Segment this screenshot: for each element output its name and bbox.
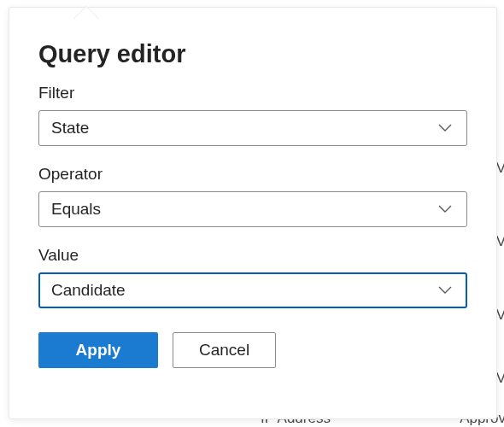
panel-title: Query editor	[38, 40, 467, 68]
filter-value: State	[51, 119, 89, 137]
filter-field-group: Filter State	[38, 84, 467, 146]
operator-value: Equals	[51, 200, 101, 219]
chevron-down-icon	[436, 200, 454, 219]
filter-label: Filter	[38, 84, 467, 102]
apply-button[interactable]: Apply	[38, 332, 158, 368]
query-editor-panel: Query editor Filter State Operator Equal…	[9, 7, 497, 419]
value-dropdown[interactable]: Candidate	[38, 272, 467, 308]
cancel-button[interactable]: Cancel	[173, 332, 276, 368]
value-label: Value	[38, 246, 467, 265]
background-text: V	[496, 160, 504, 177]
operator-dropdown[interactable]: Equals	[38, 191, 467, 227]
background-text: V	[496, 370, 504, 387]
operator-label: Operator	[38, 165, 467, 184]
button-row: Apply Cancel	[38, 332, 467, 368]
panel-pointer	[74, 7, 98, 19]
value-value: Candidate	[51, 281, 126, 300]
filter-dropdown[interactable]: State	[38, 110, 467, 146]
background-text: V	[496, 307, 504, 324]
chevron-down-icon	[436, 281, 454, 300]
chevron-down-icon	[436, 119, 454, 137]
operator-field-group: Operator Equals	[38, 165, 467, 227]
background-text: V	[496, 233, 504, 250]
value-field-group: Value Candidate	[38, 246, 467, 308]
